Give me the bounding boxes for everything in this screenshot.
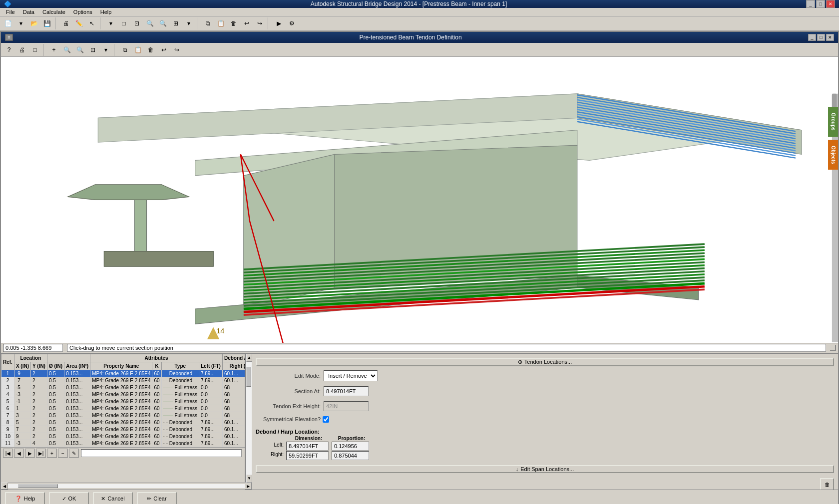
- hscroll-thumb[interactable]: [18, 484, 58, 488]
- tendon-locations-btn[interactable]: ⊕ Tendon Locations...: [256, 358, 834, 366]
- symmetrical-checkbox[interactable]: [323, 416, 329, 423]
- tendon-exit-input[interactable]: [324, 401, 369, 411]
- cell-y: 4: [31, 440, 47, 447]
- minimize-btn[interactable]: _: [806, 0, 815, 8]
- nav-add[interactable]: +: [47, 449, 57, 458]
- menu-help[interactable]: Help: [96, 8, 116, 16]
- cell-dia: 0.5: [47, 391, 64, 398]
- dlg-undo[interactable]: ↩: [158, 44, 170, 56]
- tb-pen[interactable]: ✏️: [73, 17, 85, 29]
- nav-first[interactable]: |◀: [3, 449, 13, 458]
- tb-redo[interactable]: ↪: [254, 17, 266, 29]
- dg-right-dim[interactable]: [286, 451, 329, 460]
- nav-last[interactable]: ▶|: [36, 449, 46, 458]
- nav-prev[interactable]: ◀: [14, 449, 24, 458]
- dlg-redo[interactable]: ↪: [171, 44, 183, 56]
- dialog-restore[interactable]: □: [817, 34, 825, 41]
- tb-dropdown3[interactable]: ▾: [183, 17, 195, 29]
- table-row[interactable]: 1 -9 2 0.5 0.153... MP4: Grade 269 E 2.8…: [1, 370, 245, 377]
- table-row[interactable]: 4 -3 2 0.5 0.153... MP4: Grade 269 E 2.8…: [1, 391, 245, 398]
- tb-paste[interactable]: 📋: [215, 17, 227, 29]
- tb-view1[interactable]: □: [118, 17, 130, 29]
- dg-right-label: Right:: [256, 451, 286, 460]
- table-row[interactable]: 10 9 2 0.5 0.153... MP4: Grade 269 E 2.8…: [1, 433, 245, 440]
- cancel-button[interactable]: ✕ Cancel: [93, 492, 133, 504]
- dlg-zoom-out[interactable]: 🔍: [74, 44, 86, 56]
- table-row[interactable]: 8 5 2 0.5 0.153... MP4: Grade 269 E 2.85…: [1, 419, 245, 426]
- cell-area: 0.153...: [64, 377, 90, 384]
- tb-zoom[interactable]: 🔍: [144, 17, 156, 29]
- menu-options[interactable]: Options: [69, 8, 96, 16]
- maximize-btn[interactable]: □: [816, 0, 825, 8]
- tb-zoom-out[interactable]: 🔍: [157, 17, 169, 29]
- groups-tab[interactable]: Groups: [828, 107, 838, 137]
- table-vscroll[interactable]: ▲ ▼: [246, 354, 252, 483]
- table-row[interactable]: 9 7 2 0.5 0.153... MP4: Grade 269 E 2.85…: [1, 426, 245, 433]
- dlg-copy[interactable]: ⧉: [119, 44, 131, 56]
- ok-button[interactable]: ✓ OK: [49, 492, 89, 504]
- table-row[interactable]: 6 1 2 0.5 0.153... MP4: Grade 269 E 2.85…: [1, 405, 245, 412]
- dlg-print[interactable]: 🖨: [16, 44, 28, 56]
- cell-area: 0.153...: [64, 384, 90, 391]
- edit-mode-select[interactable]: Insert / Remove Move: [324, 370, 378, 381]
- cell-ref: 6: [1, 405, 14, 412]
- table-row[interactable]: 11 -3 4 0.5 0.153... MP4: Grade 269 E 2.…: [1, 440, 245, 447]
- cell-area: 0.153...: [64, 440, 90, 447]
- edit-span-btn[interactable]: ↓ Edit Span Locations...: [256, 465, 834, 473]
- main-toolbar: 📄 ▾ 📂 💾 🖨 ✏️ ↖ ▾ □ ⊡ 🔍 🔍 ⊞ ▾ ⧉ 📋 🗑 ↩ ↪ ▶…: [0, 16, 839, 31]
- tb-cursor[interactable]: ↖: [86, 17, 98, 29]
- resize-handle[interactable]: [830, 345, 836, 351]
- nav-edit[interactable]: ✎: [69, 449, 79, 458]
- dg-right-prop[interactable]: [332, 451, 369, 460]
- dlg-help[interactable]: ?: [3, 44, 15, 56]
- table-hscroll[interactable]: ◀ ▶: [1, 483, 252, 490]
- objects-tab[interactable]: Objects: [828, 140, 838, 170]
- tb-dropdown2[interactable]: ▾: [105, 17, 117, 29]
- tb-view2[interactable]: ⊡: [131, 17, 143, 29]
- menu-file[interactable]: File: [2, 8, 19, 16]
- dg-left-prop[interactable]: [332, 442, 369, 451]
- tb-delete[interactable]: 🗑: [228, 17, 240, 29]
- dlg-del[interactable]: 🗑: [145, 44, 157, 56]
- scroll-track[interactable]: [81, 449, 242, 457]
- nav-delete[interactable]: −: [58, 449, 68, 458]
- table-row[interactable]: 3 -5 2 0.5 0.153... MP4: Grade 269 E 2.8…: [1, 384, 245, 391]
- cell-ref: 9: [1, 426, 14, 433]
- dlg-paste[interactable]: 📋: [132, 44, 144, 56]
- dialog-close[interactable]: ✕: [826, 34, 834, 41]
- tb-undo[interactable]: ↩: [241, 17, 253, 29]
- tb-new[interactable]: 📄: [2, 17, 14, 29]
- button-bar: ❓ Help ✓ OK ✕ Cancel ✏ Clear: [1, 490, 838, 504]
- dlg-fit[interactable]: ⊡: [87, 44, 99, 56]
- dlg-zoom-in[interactable]: 🔍: [61, 44, 73, 56]
- nav-next[interactable]: ▶: [25, 449, 35, 458]
- dlg-dropdown[interactable]: ▾: [100, 44, 112, 56]
- table-row[interactable]: 7 3 2 0.5 0.153... MP4: Grade 269 E 2.85…: [1, 412, 245, 419]
- clear-button[interactable]: ✏ Clear: [137, 492, 177, 504]
- dlg-view[interactable]: □: [29, 44, 41, 56]
- tb-print[interactable]: 🖨: [60, 17, 72, 29]
- cell-area: 0.153...: [64, 405, 90, 412]
- table-row[interactable]: 2 -7 2 0.5 0.153... MP4: Grade 269 E 2.8…: [1, 377, 245, 384]
- tb-open[interactable]: 📂: [28, 17, 40, 29]
- dlg-add[interactable]: +: [48, 44, 60, 56]
- tb-config[interactable]: ⚙: [286, 17, 298, 29]
- dialog-minimize[interactable]: _: [808, 34, 816, 41]
- menu-data[interactable]: Data: [19, 8, 38, 16]
- tb-copy[interactable]: ⧉: [202, 17, 214, 29]
- section-at-input[interactable]: [324, 386, 369, 396]
- dg-left-dim[interactable]: [286, 442, 329, 451]
- tb-measure[interactable]: ⊞: [170, 17, 182, 29]
- th-left: Left (FT): [199, 362, 222, 370]
- help-button[interactable]: ❓ Help: [5, 492, 45, 504]
- hscroll-right[interactable]: ▶: [245, 483, 252, 490]
- vscroll-thumb[interactable]: [246, 367, 251, 387]
- hscroll-left[interactable]: ◀: [1, 483, 8, 490]
- table-row[interactable]: 5 -1 2 0.5 0.153... MP4: Grade 269 E 2.8…: [1, 398, 245, 405]
- tb-save[interactable]: 💾: [41, 17, 53, 29]
- 3d-view[interactable]: 14 Groups Objects: [1, 57, 838, 343]
- menu-calculate[interactable]: Calculate: [38, 8, 69, 16]
- close-btn[interactable]: ✕: [826, 0, 835, 8]
- tb-dropdown[interactable]: ▾: [15, 17, 27, 29]
- tb-run[interactable]: ▶: [273, 17, 285, 29]
